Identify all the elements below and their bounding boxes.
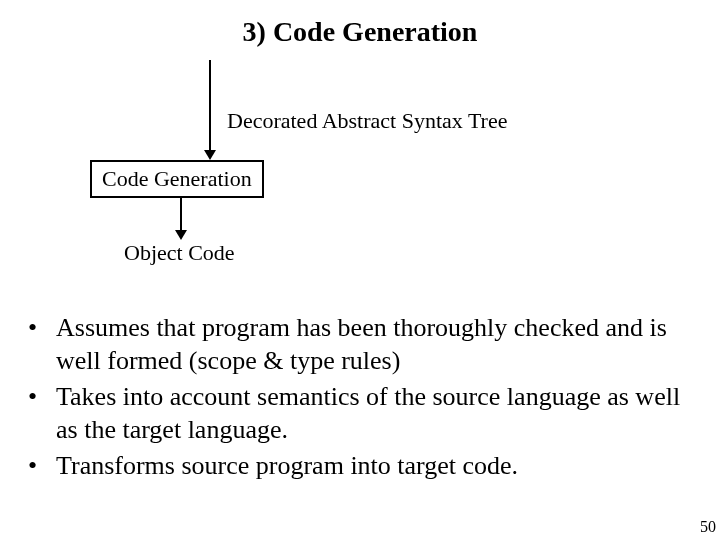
bullet-item: • Assumes that program has been thorough… [28, 312, 708, 377]
bullet-list: • Assumes that program has been thorough… [28, 312, 708, 487]
slide-title: 3) Code Generation [0, 16, 720, 48]
bullet-marker: • [28, 381, 56, 414]
bullet-text: Assumes that program has been thoroughly… [56, 312, 708, 377]
diagram-process-box: Code Generation [90, 160, 264, 198]
bullet-marker: • [28, 312, 56, 345]
page-number: 50 [700, 518, 716, 536]
bullet-text: Takes into account semantics of the sour… [56, 381, 708, 446]
diagram-output-label: Object Code [124, 240, 235, 266]
arrow-box-to-output [180, 196, 187, 240]
bullet-marker: • [28, 450, 56, 483]
diagram-input-label: Decorated Abstract Syntax Tree [227, 108, 507, 134]
arrow-input-to-box [209, 60, 216, 160]
bullet-text: Transforms source program into target co… [56, 450, 708, 483]
bullet-item: • Transforms source program into target … [28, 450, 708, 483]
bullet-item: • Takes into account semantics of the so… [28, 381, 708, 446]
